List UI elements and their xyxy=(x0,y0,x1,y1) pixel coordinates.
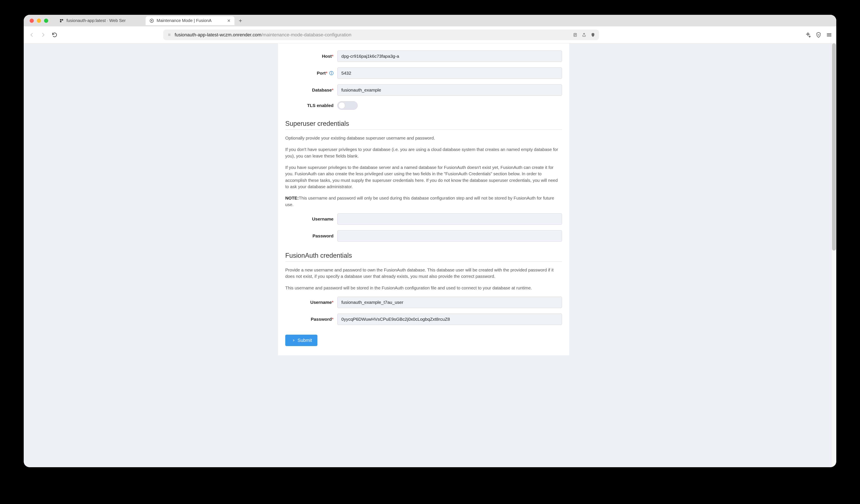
svg-point-1 xyxy=(151,20,152,21)
fusionauth-favicon-icon xyxy=(149,18,154,23)
minimize-window-icon[interactable] xyxy=(37,19,41,23)
tab-active[interactable]: Maintenance Mode | FusionA ✕ xyxy=(146,16,234,25)
config-card: Host* Port* ⓘ Database* TLS enabled Supe… xyxy=(278,43,569,355)
reader-mode-icon[interactable] xyxy=(573,32,577,37)
fa-username-input[interactable] xyxy=(337,297,562,308)
url-text: fusionauth-app-latest-wczm.onrender.com/… xyxy=(175,32,570,38)
sparkle-icon[interactable] xyxy=(805,32,811,38)
site-settings-icon[interactable] xyxy=(167,32,172,37)
fa-password-label: Password xyxy=(311,317,332,322)
tab-title: Maintenance Mode | FusionA xyxy=(157,18,212,23)
toolbar-right xyxy=(805,32,832,38)
required-marker: * xyxy=(332,54,333,59)
close-tab-icon[interactable]: ✕ xyxy=(227,18,231,23)
superuser-note: NOTE:This username and password will onl… xyxy=(285,195,562,208)
browser-window: fusionauth-app:latest · Web Ser Maintena… xyxy=(24,15,836,467)
required-marker: * xyxy=(332,88,333,92)
su-username-input[interactable] xyxy=(337,213,562,225)
brave-shield-icon[interactable] xyxy=(591,32,595,37)
toolbar: fusionauth-app-latest-wczm.onrender.com/… xyxy=(24,26,836,43)
fa-p1: Provide a new username and password to o… xyxy=(285,267,562,280)
new-tab-button[interactable]: + xyxy=(236,17,245,24)
maximize-window-icon[interactable] xyxy=(44,19,48,23)
url-path: /maintenance-mode-database-configuration xyxy=(261,32,352,38)
tab-bar: fusionauth-app:latest · Web Ser Maintena… xyxy=(24,15,836,26)
database-label: Database xyxy=(312,88,332,92)
close-window-icon[interactable] xyxy=(30,19,34,23)
host-input[interactable] xyxy=(337,50,562,62)
port-input[interactable] xyxy=(337,68,562,79)
su-password-label: Password xyxy=(313,233,333,238)
su-username-label: Username xyxy=(312,217,333,221)
tls-label: TLS enabled xyxy=(307,103,333,108)
submit-button[interactable]: Submit xyxy=(285,335,317,346)
toggle-knob xyxy=(339,102,345,109)
arrow-right-icon xyxy=(291,338,295,342)
superuser-p2: If you don't have superuser privileges t… xyxy=(285,146,562,159)
fa-p2: This username and password will be store… xyxy=(285,285,562,291)
superuser-p1: Optionally provide your existing databas… xyxy=(285,135,562,141)
database-input[interactable] xyxy=(337,84,562,96)
info-icon[interactable]: ⓘ xyxy=(329,71,333,75)
share-icon[interactable] xyxy=(582,32,586,37)
render-favicon-icon xyxy=(59,18,64,23)
tab-title: fusionauth-app:latest · Web Ser xyxy=(67,18,126,23)
window-controls xyxy=(30,19,48,23)
submit-label: Submit xyxy=(298,338,312,343)
required-marker: * xyxy=(326,71,327,75)
back-button[interactable] xyxy=(28,31,35,39)
tab-inactive[interactable]: fusionauth-app:latest · Web Ser xyxy=(55,16,144,25)
brave-icon[interactable] xyxy=(816,32,821,38)
forward-button[interactable] xyxy=(39,31,47,39)
fa-username-label: Username xyxy=(310,300,332,305)
required-marker: * xyxy=(332,300,333,305)
menu-icon[interactable] xyxy=(826,32,832,38)
scrollbar[interactable] xyxy=(831,43,836,467)
tls-toggle[interactable] xyxy=(337,101,358,110)
superuser-heading: Superuser credentials xyxy=(285,120,562,130)
port-label: Port xyxy=(317,71,326,75)
superuser-p3: If you have superuser privileges to the … xyxy=(285,164,562,190)
note-text: This username and password will only be … xyxy=(285,195,554,207)
host-label: Host xyxy=(322,54,332,59)
page-viewport: Host* Port* ⓘ Database* TLS enabled Supe… xyxy=(24,43,831,467)
scrollbar-thumb[interactable] xyxy=(832,43,836,251)
reload-button[interactable] xyxy=(51,31,58,39)
fa-password-input[interactable] xyxy=(337,313,562,325)
su-password-input[interactable] xyxy=(337,230,562,242)
fusionauth-heading: FusionAuth credentials xyxy=(285,252,562,262)
note-label: NOTE: xyxy=(285,195,299,201)
address-bar[interactable]: fusionauth-app-latest-wczm.onrender.com/… xyxy=(163,30,599,40)
url-domain: fusionauth-app-latest-wczm.onrender.com xyxy=(175,32,261,38)
required-marker: * xyxy=(332,317,333,322)
